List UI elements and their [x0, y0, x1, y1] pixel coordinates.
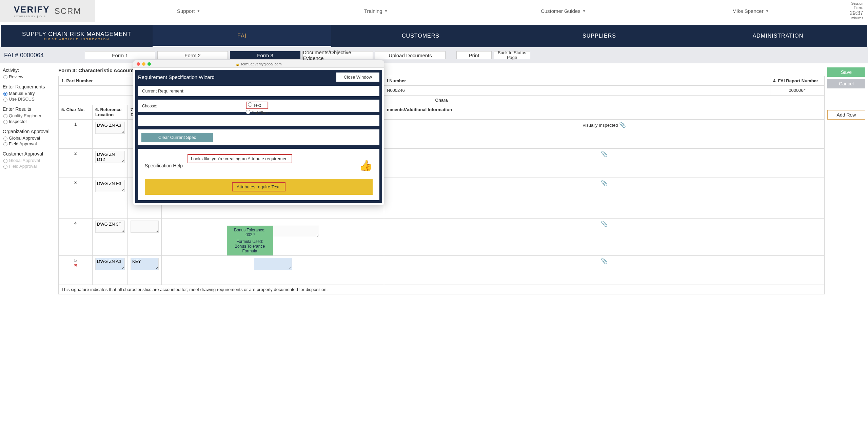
radio-text[interactable]: Text [246, 102, 268, 109]
back-button[interactable]: Back to Status Page [494, 51, 530, 59]
training-label: Training [364, 8, 382, 14]
org-approval-head: Organization Approval [3, 129, 56, 134]
action-column: Save Cancel Add Row [827, 67, 865, 294]
radio-places[interactable]: # of Places [246, 110, 272, 115]
radio-manual-entry[interactable]: Manual Entry [3, 91, 56, 96]
result-input-4[interactable] [273, 226, 319, 237]
radio-review[interactable]: Review [3, 74, 56, 79]
des-input-4[interactable] [131, 221, 159, 233]
tab-fai[interactable]: FAI [153, 25, 331, 47]
logo-box: VERIFY POWERED BY ▮ iVIS SCRM [0, 0, 95, 22]
char-no-5: 5 [74, 258, 77, 263]
table-row: 4 Bonus Tolerance: .002 * Formula Used: … [59, 219, 825, 256]
guides-menu[interactable]: Customer Guides▼ [470, 8, 657, 14]
chevron-down-icon: ▼ [197, 9, 200, 13]
spec-input[interactable] [138, 115, 379, 126]
clear-spec-button[interactable]: Clear Current Spec [141, 133, 213, 142]
part-number-cell[interactable] [59, 86, 133, 95]
documents-button[interactable]: Documents/Objective Evidence [302, 51, 373, 59]
form1-button[interactable]: Form 1 [85, 51, 155, 59]
maximize-window-icon[interactable] [147, 62, 151, 66]
attachment-icon[interactable]: 📎 [619, 122, 626, 128]
support-label: Support [177, 8, 195, 14]
bonus-l3: Formula Used: [229, 239, 271, 244]
back-line2: Page [507, 55, 517, 60]
top-bar: VERIFY POWERED BY ▮ iVIS SCRM Support▼ T… [0, 0, 868, 22]
comments-1: Visually Inspected [583, 123, 618, 128]
attachment-icon[interactable]: 📎 [601, 151, 608, 157]
cancel-button[interactable]: Cancel [827, 79, 865, 88]
bonus-tolerance-box: Bonus Tolerance: .002 * Formula Used: Bo… [227, 226, 273, 255]
logo-subtext: POWERED BY ▮ iVIS [14, 15, 50, 18]
des-input-5[interactable] [131, 258, 159, 270]
app-title: SUPPLY CHAIN RISK MANAGEMENT FIRST ARTIC… [1, 25, 153, 47]
mid-input-5[interactable] [254, 258, 292, 270]
col-part-number: 1. Part Number [59, 76, 133, 86]
char-no-2: 2 [59, 149, 93, 178]
chevron-down-icon: ▼ [384, 9, 388, 13]
help-bar: Attributes require Text. [145, 179, 373, 195]
ref-input-1[interactable] [95, 122, 125, 134]
radio-quality-engineer[interactable]: Quality Engineer [3, 113, 56, 118]
customer-approval-head: Customer Approval [3, 151, 56, 157]
form-toolbar: FAI # 0000064 Form 1 Form 2 Form 3 Docum… [0, 47, 868, 63]
attachment-icon[interactable]: 📎 [601, 221, 608, 227]
current-requirement-row: Current Requirement: [138, 86, 379, 96]
close-window-icon[interactable] [137, 62, 140, 66]
verify-logo: VERIFY POWERED BY ▮ iVIS [14, 4, 50, 18]
window-titlebar: scrmuat.verifyglobal.com [133, 60, 384, 68]
report-value: 0000064 [770, 86, 825, 95]
wizard-title: Requirement Specification Wizard [138, 74, 215, 80]
guides-label: Customer Guides [541, 8, 580, 14]
activity-head: Activity: [3, 67, 56, 73]
training-menu[interactable]: Training▼ [282, 8, 470, 14]
thumbs-down-icon: 👎 [359, 159, 373, 172]
spec-help-box: Specification Help Looks like you're cre… [138, 149, 379, 200]
user-menu[interactable]: Mike Spencer▼ [657, 8, 845, 14]
radio-cust-global-approval: Global Approval [3, 158, 56, 163]
char-no-3: 3 [59, 178, 93, 219]
delete-row-icon[interactable]: ✖ [61, 263, 90, 268]
bonus-l2: .002 * [229, 232, 271, 237]
ref-input-4[interactable] [95, 221, 125, 233]
tab-administration[interactable]: ADMINISTRATION [689, 25, 867, 47]
ref-input-5[interactable] [95, 258, 125, 270]
spec-help-label: Specification Help [145, 163, 183, 168]
bonus-l4: Bonus Tolerance [229, 244, 271, 249]
help-message-2: Attributes require Text. [232, 182, 285, 191]
radio-use-discus[interactable]: Use DISCUS [3, 97, 56, 102]
support-menu[interactable]: Support▼ [95, 8, 282, 14]
bonus-l1: Bonus Tolerance: [229, 228, 271, 232]
main-content: Activity: Review Enter Requirements Manu… [0, 63, 868, 298]
logo-text: VERIFY [14, 4, 50, 15]
nav-subtitle: FIRST ARTICLE INSPECTION [43, 38, 110, 41]
col-number: l Number [384, 76, 770, 86]
close-wizard-button[interactable]: Close Window [336, 72, 379, 82]
nav-title: SUPPLY CHAIN RISK MANAGEMENT [22, 31, 131, 38]
radio-global-approval[interactable]: Global Approval [3, 136, 56, 141]
radio-inspector[interactable]: Inspector [3, 119, 56, 124]
radio-field-approval[interactable]: Field Approval [3, 141, 56, 146]
attachment-icon[interactable]: 📎 [601, 180, 608, 186]
form2-button[interactable]: Form 2 [157, 51, 228, 59]
ref-input-2[interactable] [95, 151, 125, 163]
attachment-icon[interactable]: 📎 [601, 258, 608, 264]
tab-customers[interactable]: CUSTOMERS [331, 25, 510, 47]
form3-button[interactable]: Form 3 [230, 51, 300, 59]
current-req-label: Current Requirement: [142, 88, 184, 94]
nav-tabs: FAI CUSTOMERS SUPPLIERS ADMINISTRATION [153, 25, 867, 47]
add-row-button[interactable]: Add Row [827, 110, 865, 120]
print-button[interactable]: Print [456, 51, 492, 59]
back-line1: Back to Status [498, 50, 526, 55]
signature-text: This signature indicates that all charac… [59, 285, 825, 294]
minimize-window-icon[interactable] [142, 62, 145, 66]
opt-text-label: Text [253, 103, 261, 108]
bonus-l5: Formula [229, 249, 271, 253]
save-button[interactable]: Save [827, 67, 865, 77]
tab-suppliers[interactable]: SUPPLIERS [510, 25, 689, 47]
wizard-modal: scrmuat.verifyglobal.com Requirement Spe… [133, 60, 384, 205]
ref-input-3[interactable] [95, 180, 125, 192]
upload-button[interactable]: Upload Documents [375, 51, 446, 59]
sidebar: Activity: Review Enter Requirements Manu… [3, 67, 56, 294]
help-message-1: Looks like you're creating an Attribute … [188, 154, 292, 163]
